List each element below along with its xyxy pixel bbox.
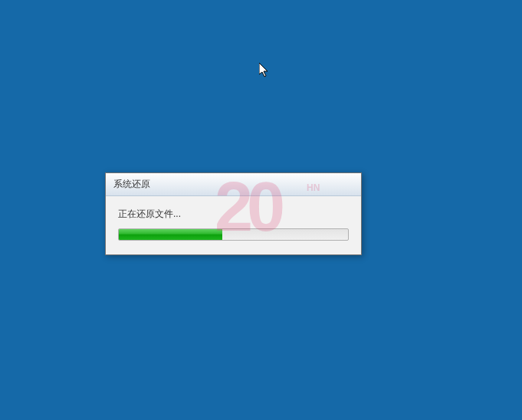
restore-status-text: 正在还原文件... (118, 208, 349, 221)
dialog-body: 正在还原文件... (106, 196, 361, 254)
dialog-title: 系统还原 (113, 179, 150, 189)
cursor-icon (259, 63, 271, 81)
restore-progressbar (118, 228, 349, 241)
system-restore-dialog: 系统还原 正在还原文件... (105, 172, 362, 255)
restore-progressbar-fill (119, 229, 222, 240)
dialog-titlebar: 系统还原 (106, 173, 361, 196)
